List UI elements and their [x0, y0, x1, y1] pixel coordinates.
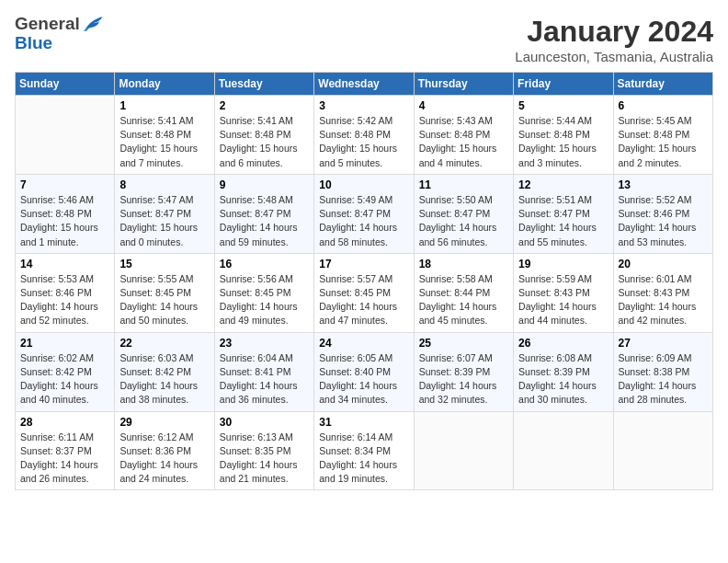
calendar-cell: 21Sunrise: 6:02 AMSunset: 8:42 PMDayligh… — [16, 332, 115, 411]
calendar-table: SundayMondayTuesdayWednesdayThursdayFrid… — [15, 72, 713, 490]
day-number: 26 — [518, 337, 608, 350]
day-number: 15 — [119, 258, 209, 270]
day-number: 11 — [419, 178, 508, 191]
week-row-5: 28Sunrise: 6:11 AMSunset: 8:37 PMDayligh… — [16, 411, 713, 490]
calendar-cell: 26Sunrise: 6:08 AMSunset: 8:39 PMDayligh… — [514, 332, 613, 411]
day-info: Sunrise: 5:52 AMSunset: 8:46 PMDaylight:… — [619, 193, 708, 249]
day-number: 9 — [220, 178, 309, 191]
day-info: Sunrise: 6:14 AMSunset: 8:34 PMDaylight:… — [319, 431, 408, 487]
bird-icon — [82, 15, 106, 33]
title-block: January 2024 Launceston, Tasmania, Austr… — [515, 15, 713, 64]
week-row-4: 21Sunrise: 6:02 AMSunset: 8:42 PMDayligh… — [16, 332, 713, 411]
day-number: 25 — [419, 337, 508, 350]
day-number: 23 — [220, 337, 309, 350]
day-info: Sunrise: 5:51 AMSunset: 8:47 PMDaylight:… — [518, 193, 608, 249]
day-number: 17 — [319, 258, 408, 270]
day-info: Sunrise: 5:44 AMSunset: 8:48 PMDaylight:… — [518, 114, 608, 170]
calendar-cell: 29Sunrise: 6:12 AMSunset: 8:36 PMDayligh… — [115, 411, 214, 490]
day-number: 3 — [319, 99, 408, 112]
day-number: 6 — [619, 99, 708, 112]
day-number: 13 — [619, 178, 708, 191]
day-number: 18 — [419, 258, 508, 270]
calendar-cell: 11Sunrise: 5:50 AMSunset: 8:47 PMDayligh… — [414, 174, 513, 253]
week-row-1: 1Sunrise: 5:41 AMSunset: 8:48 PMDaylight… — [16, 96, 713, 175]
logo-general: General — [15, 15, 80, 34]
calendar-cell: 16Sunrise: 5:56 AMSunset: 8:45 PMDayligh… — [214, 253, 313, 332]
day-number: 22 — [119, 337, 209, 350]
calendar-cell: 14Sunrise: 5:53 AMSunset: 8:46 PMDayligh… — [16, 253, 115, 332]
calendar-cell: 9Sunrise: 5:48 AMSunset: 8:47 PMDaylight… — [214, 174, 313, 253]
calendar-cell: 17Sunrise: 5:57 AMSunset: 8:45 PMDayligh… — [314, 253, 414, 332]
day-number: 14 — [20, 258, 109, 270]
day-number: 21 — [20, 337, 109, 350]
day-info: Sunrise: 5:41 AMSunset: 8:48 PMDaylight:… — [119, 114, 209, 170]
day-info: Sunrise: 5:41 AMSunset: 8:48 PMDaylight:… — [220, 114, 309, 170]
calendar-cell: 8Sunrise: 5:47 AMSunset: 8:47 PMDaylight… — [115, 174, 214, 253]
calendar-cell: 19Sunrise: 5:59 AMSunset: 8:43 PMDayligh… — [514, 253, 613, 332]
calendar-cell: 4Sunrise: 5:43 AMSunset: 8:48 PMDaylight… — [414, 96, 513, 175]
day-info: Sunrise: 6:11 AMSunset: 8:37 PMDaylight:… — [20, 431, 109, 487]
calendar-cell: 20Sunrise: 6:01 AMSunset: 8:43 PMDayligh… — [613, 253, 712, 332]
week-row-3: 14Sunrise: 5:53 AMSunset: 8:46 PMDayligh… — [16, 253, 713, 332]
month-year: January 2024 — [515, 15, 713, 49]
day-info: Sunrise: 5:53 AMSunset: 8:46 PMDaylight:… — [20, 272, 109, 328]
day-number: 5 — [518, 99, 608, 112]
calendar-cell: 12Sunrise: 5:51 AMSunset: 8:47 PMDayligh… — [514, 174, 613, 253]
day-info: Sunrise: 5:50 AMSunset: 8:47 PMDaylight:… — [419, 193, 508, 249]
calendar-cell: 5Sunrise: 5:44 AMSunset: 8:48 PMDaylight… — [514, 96, 613, 175]
week-row-2: 7Sunrise: 5:46 AMSunset: 8:48 PMDaylight… — [16, 174, 713, 253]
calendar-cell: 22Sunrise: 6:03 AMSunset: 8:42 PMDayligh… — [115, 332, 214, 411]
location: Launceston, Tasmania, Australia — [515, 49, 713, 64]
day-number: 30 — [220, 416, 309, 429]
logo: General Blue — [15, 15, 106, 53]
calendar-cell: 23Sunrise: 6:04 AMSunset: 8:41 PMDayligh… — [214, 332, 313, 411]
day-info: Sunrise: 5:48 AMSunset: 8:47 PMDaylight:… — [220, 193, 309, 249]
day-info: Sunrise: 5:58 AMSunset: 8:44 PMDaylight:… — [419, 272, 508, 328]
calendar-cell — [613, 411, 712, 490]
day-number: 8 — [119, 178, 209, 191]
day-info: Sunrise: 6:08 AMSunset: 8:39 PMDaylight:… — [518, 351, 608, 408]
weekday-header-row: SundayMondayTuesdayWednesdayThursdayFrid… — [16, 73, 713, 96]
calendar-cell — [414, 411, 513, 490]
day-number: 1 — [119, 99, 209, 112]
day-number: 7 — [20, 178, 109, 191]
calendar-cell: 13Sunrise: 5:52 AMSunset: 8:46 PMDayligh… — [613, 174, 712, 253]
day-info: Sunrise: 6:01 AMSunset: 8:43 PMDaylight:… — [619, 272, 708, 328]
day-number: 4 — [419, 99, 508, 112]
day-number: 24 — [319, 337, 408, 350]
page-header: General Blue January 2024 Launceston, Ta… — [15, 15, 713, 64]
day-info: Sunrise: 6:09 AMSunset: 8:38 PMDaylight:… — [619, 351, 708, 408]
day-info: Sunrise: 6:03 AMSunset: 8:42 PMDaylight:… — [119, 351, 209, 408]
calendar-cell: 24Sunrise: 6:05 AMSunset: 8:40 PMDayligh… — [314, 332, 414, 411]
calendar-cell: 31Sunrise: 6:14 AMSunset: 8:34 PMDayligh… — [314, 411, 414, 490]
day-number: 28 — [20, 416, 109, 429]
day-number: 20 — [619, 258, 708, 270]
day-number: 10 — [319, 178, 408, 191]
calendar-cell: 1Sunrise: 5:41 AMSunset: 8:48 PMDaylight… — [115, 96, 214, 175]
day-number: 12 — [518, 178, 608, 191]
weekday-header-friday: Friday — [514, 73, 613, 96]
weekday-header-monday: Monday — [115, 73, 214, 96]
day-info: Sunrise: 6:05 AMSunset: 8:40 PMDaylight:… — [319, 351, 408, 408]
day-number: 27 — [619, 337, 708, 350]
calendar-cell: 10Sunrise: 5:49 AMSunset: 8:47 PMDayligh… — [314, 174, 414, 253]
day-info: Sunrise: 5:42 AMSunset: 8:48 PMDaylight:… — [319, 114, 408, 170]
calendar-cell: 6Sunrise: 5:45 AMSunset: 8:48 PMDaylight… — [613, 96, 712, 175]
calendar-cell — [16, 96, 115, 175]
day-info: Sunrise: 5:49 AMSunset: 8:47 PMDaylight:… — [319, 193, 408, 249]
calendar-cell: 18Sunrise: 5:58 AMSunset: 8:44 PMDayligh… — [414, 253, 513, 332]
calendar-cell: 7Sunrise: 5:46 AMSunset: 8:48 PMDaylight… — [16, 174, 115, 253]
weekday-header-sunday: Sunday — [16, 73, 115, 96]
day-number: 2 — [220, 99, 309, 112]
weekday-header-wednesday: Wednesday — [314, 73, 414, 96]
logo-blue: Blue — [15, 34, 52, 53]
day-info: Sunrise: 6:02 AMSunset: 8:42 PMDaylight:… — [20, 351, 109, 408]
day-info: Sunrise: 6:12 AMSunset: 8:36 PMDaylight:… — [119, 431, 209, 487]
calendar-cell: 3Sunrise: 5:42 AMSunset: 8:48 PMDaylight… — [314, 96, 414, 175]
calendar-cell: 25Sunrise: 6:07 AMSunset: 8:39 PMDayligh… — [414, 332, 513, 411]
day-info: Sunrise: 5:57 AMSunset: 8:45 PMDaylight:… — [319, 272, 408, 328]
weekday-header-thursday: Thursday — [414, 73, 513, 96]
day-info: Sunrise: 5:46 AMSunset: 8:48 PMDaylight:… — [20, 193, 109, 249]
day-info: Sunrise: 6:07 AMSunset: 8:39 PMDaylight:… — [419, 351, 508, 408]
day-info: Sunrise: 5:43 AMSunset: 8:48 PMDaylight:… — [419, 114, 508, 170]
